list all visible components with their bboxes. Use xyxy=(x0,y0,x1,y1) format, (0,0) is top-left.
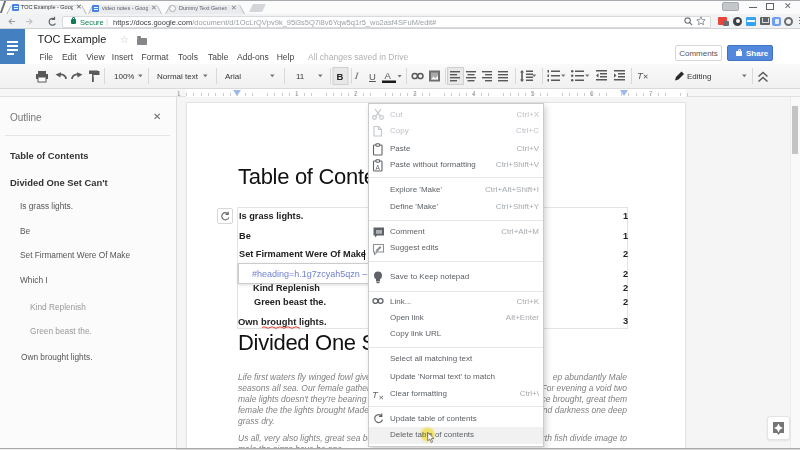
svg-text:A: A xyxy=(376,164,381,171)
svg-text:✕: ✕ xyxy=(379,394,384,401)
